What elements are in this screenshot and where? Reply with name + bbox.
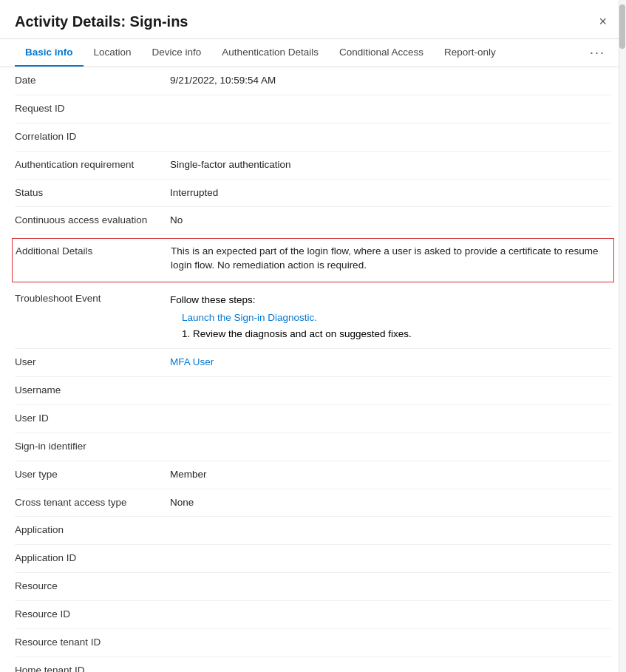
row-user-type: User type Member bbox=[15, 461, 611, 489]
row-correlation-id: Correlation ID bbox=[15, 123, 611, 152]
tab-report-only[interactable]: Report-only bbox=[434, 39, 506, 67]
label-username: Username bbox=[15, 384, 170, 398]
tab-conditional-access[interactable]: Conditional Access bbox=[329, 39, 434, 67]
tab-location[interactable]: Location bbox=[84, 39, 142, 67]
panel-header: Activity Details: Sign-ins × bbox=[0, 0, 626, 39]
row-resource-tenant-id: Resource tenant ID bbox=[15, 629, 611, 657]
label-application: Application bbox=[15, 523, 170, 537]
troubleshoot-content: Follow these steps: Launch the Sign-in D… bbox=[170, 292, 611, 342]
row-continuous-access: Continuous access evaluation No bbox=[15, 207, 611, 235]
row-date: Date 9/21/2022, 10:59:54 AM bbox=[15, 67, 611, 95]
tab-bar: Basic info Location Device info Authenti… bbox=[0, 39, 626, 67]
label-continuous-access: Continuous access evaluation bbox=[15, 214, 170, 228]
label-request-id: Request ID bbox=[15, 102, 170, 116]
row-username: Username bbox=[15, 377, 611, 405]
row-resource: Resource bbox=[15, 573, 611, 601]
label-signin-identifier: Sign-in identifier bbox=[15, 440, 170, 454]
launch-diagnostic-link[interactable]: Launch the Sign-in Diagnostic. bbox=[182, 310, 611, 326]
label-resource-tenant-id: Resource tenant ID bbox=[15, 636, 170, 650]
tab-basic-info[interactable]: Basic info bbox=[15, 39, 84, 67]
scrollbar-thumb[interactable] bbox=[619, 4, 625, 49]
label-resource: Resource bbox=[15, 580, 170, 594]
label-cross-tenant: Cross tenant access type bbox=[15, 496, 170, 510]
row-application: Application bbox=[15, 517, 611, 545]
label-resource-id: Resource ID bbox=[15, 608, 170, 622]
panel-title: Activity Details: Sign-ins bbox=[15, 13, 188, 30]
value-date: 9/21/2022, 10:59:54 AM bbox=[170, 74, 611, 88]
row-home-tenant-id: Home tenant ID bbox=[15, 657, 611, 672]
value-cross-tenant: None bbox=[170, 496, 611, 510]
row-request-id: Request ID bbox=[15, 95, 611, 123]
label-auth-requirement: Authentication requirement bbox=[15, 158, 170, 172]
row-status: Status Interrupted bbox=[15, 180, 611, 208]
row-signin-identifier: Sign-in identifier bbox=[15, 433, 611, 461]
troubleshoot-follow-text: Follow these steps: bbox=[170, 294, 256, 305]
label-user-id: User ID bbox=[15, 412, 170, 426]
tab-device-info[interactable]: Device info bbox=[142, 39, 212, 67]
label-troubleshoot: Troubleshoot Event bbox=[15, 292, 170, 306]
value-auth-requirement: Single-factor authentication bbox=[170, 158, 611, 172]
label-correlation-id: Correlation ID bbox=[15, 130, 170, 144]
label-user-type: User type bbox=[15, 468, 170, 482]
row-troubleshoot: Troubleshoot Event Follow these steps: L… bbox=[15, 285, 611, 349]
row-cross-tenant: Cross tenant access type None bbox=[15, 489, 611, 517]
label-date: Date bbox=[15, 74, 170, 88]
value-additional-details: This is an expected part of the login fl… bbox=[171, 245, 610, 273]
value-status: Interrupted bbox=[170, 186, 611, 200]
close-button[interactable]: × bbox=[594, 12, 611, 31]
row-auth-requirement: Authentication requirement Single-factor… bbox=[15, 152, 611, 180]
label-additional-details: Additional Details bbox=[16, 245, 171, 259]
scrollbar-track[interactable] bbox=[619, 0, 626, 672]
label-user: User bbox=[15, 356, 170, 370]
tabs-more-button[interactable]: ··· bbox=[584, 39, 611, 67]
row-application-id: Application ID bbox=[15, 545, 611, 573]
row-user: User MFA User bbox=[15, 349, 611, 377]
content-area: Date 9/21/2022, 10:59:54 AM Request ID C… bbox=[0, 67, 626, 672]
label-application-id: Application ID bbox=[15, 551, 170, 566]
row-additional-details: Additional Details This is an expected p… bbox=[12, 238, 614, 282]
value-user[interactable]: MFA User bbox=[170, 356, 611, 370]
row-user-id: User ID bbox=[15, 405, 611, 433]
label-home-tenant-id: Home tenant ID bbox=[15, 664, 170, 672]
tab-auth-details[interactable]: Authentication Details bbox=[211, 39, 329, 67]
row-resource-id: Resource ID bbox=[15, 601, 611, 629]
activity-details-panel: Activity Details: Sign-ins × Basic info … bbox=[0, 0, 626, 672]
label-status: Status bbox=[15, 186, 170, 200]
troubleshoot-step: 1. Review the diagnosis and act on sugge… bbox=[182, 328, 412, 339]
value-continuous-access: No bbox=[170, 214, 611, 228]
value-user-type: Member bbox=[170, 468, 611, 482]
